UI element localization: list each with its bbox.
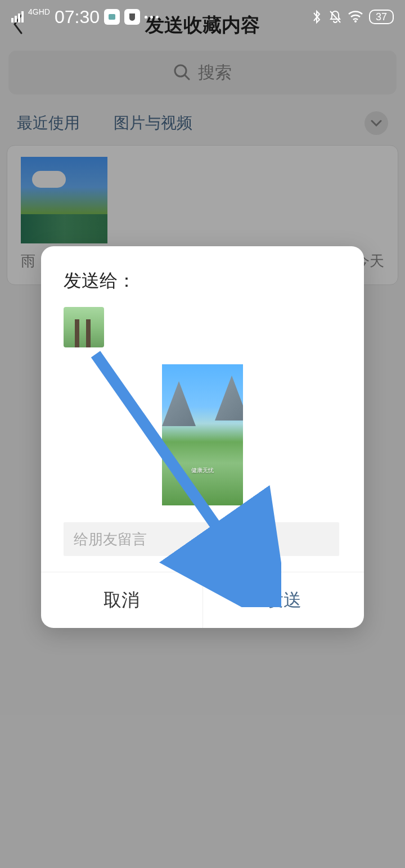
recipient-avatar[interactable] [64, 307, 104, 347]
modal-title: 发送给： [64, 269, 341, 293]
cancel-button[interactable]: 取消 [41, 572, 203, 628]
content-preview: 健康无忧 [162, 364, 243, 505]
alarm-off-icon [328, 10, 342, 24]
message-placeholder: 给朋友留言 [74, 530, 147, 549]
battery-level: 37 [369, 10, 394, 24]
app-icon-1 [104, 9, 120, 25]
network-label: 4GHD [28, 7, 50, 16]
signal-icon [11, 11, 24, 22]
modal-overlay: 4GHD 07:30 37 发送给： 健康无忧 [0, 0, 405, 868]
more-icon [145, 16, 159, 19]
status-bar: 4GHD 07:30 37 [0, 0, 405, 34]
message-input[interactable]: 给朋友留言 [64, 522, 339, 556]
wifi-icon [348, 11, 363, 23]
bluetooth-icon [310, 10, 323, 24]
send-confirm-modal: 发送给： 健康无忧 给朋友留言 取消 发送 [41, 246, 364, 628]
clock-time: 07:30 [55, 7, 100, 28]
svg-rect-2 [109, 14, 115, 20]
app-icon-2 [124, 9, 140, 25]
send-button[interactable]: 发送 [203, 572, 364, 628]
svg-point-4 [354, 20, 357, 22]
